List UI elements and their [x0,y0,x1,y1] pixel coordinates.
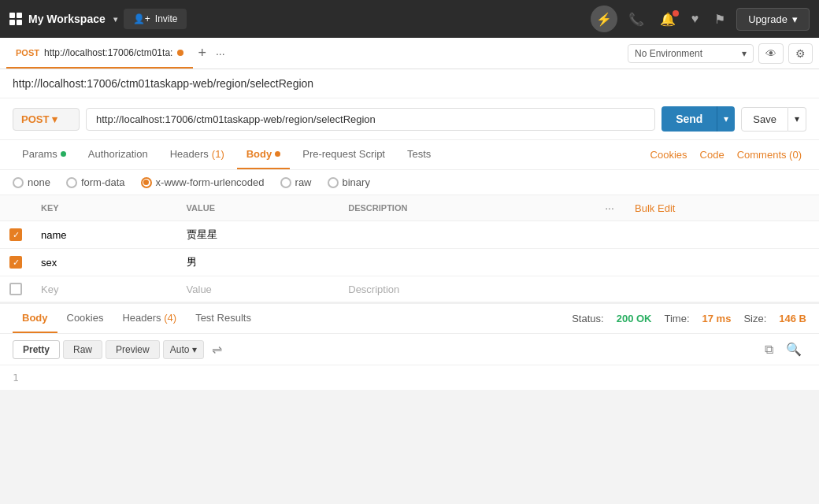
row2-value-cell[interactable]: 男 [177,249,339,276]
heart-icon-btn[interactable]: ♥ [687,9,704,29]
status-label: Status: [572,313,603,324]
invite-icon: 👤+ [133,13,150,24]
tab-comments[interactable]: Comments (0) [732,141,806,169]
search-button[interactable]: 🔍 [781,339,806,360]
row3-checkbox[interactable] [9,283,22,295]
time-value: 17 ms [702,313,732,324]
th-description: DESCRIPTION [339,195,594,221]
kv-table: KEY VALUE DESCRIPTION ··· Bulk Edit ✓ na… [0,195,819,302]
code-content[interactable] [28,372,806,384]
url-bar-area: http://localhost:17006/ctm01taskapp-web/… [0,69,819,98]
table-row: Key Value Description [0,276,819,302]
notification-bell-btn[interactable]: 🔔 [655,9,680,30]
th-check [0,195,32,221]
radio-binary[interactable]: binary [328,176,370,188]
bulk-edit-button[interactable]: Bulk Edit [635,202,675,214]
tab-url: http://localhost:17006/ctm01ta: [44,47,172,58]
tab-authorization[interactable]: Authorization [79,140,158,169]
method-select[interactable]: POST ▾ [13,108,80,131]
radio-circle-raw [280,177,291,188]
add-tab-button[interactable]: + [193,45,211,61]
th-bulk: Bulk Edit [625,195,819,221]
method-label: POST [21,113,49,125]
upgrade-dropdown-icon: ▾ [792,13,798,25]
radio-x-www-form-urlencoded[interactable]: x-www-form-urlencoded [141,176,265,188]
time-label: Time: [664,313,689,324]
row1-checkbox[interactable]: ✓ [9,228,22,241]
size-label: Size: [743,313,766,324]
request-section: POST ▾ Send ▾ Save ▾ [0,98,819,140]
raw-button[interactable]: Raw [63,340,102,359]
row3-desc-cell[interactable]: Description [339,276,594,302]
upgrade-button[interactable]: Upgrade ▾ [736,8,810,31]
env-label: No Environment [635,48,702,59]
resp-tab-test-results[interactable]: Test Results [186,304,261,333]
tab-tests[interactable]: Tests [398,140,440,169]
row1-value-cell[interactable]: 贾星星 [177,221,339,249]
resp-tab-body[interactable]: Body [13,304,57,333]
tab-headers[interactable]: Headers (1) [161,140,234,169]
radio-circle-binary [328,177,339,188]
tab-params[interactable]: Params [13,140,76,169]
response-toolbar: Pretty Raw Preview Auto ▾ ⇌ ⧉ 🔍 [0,334,819,365]
tab-pre-request[interactable]: Pre-request Script [293,140,395,169]
tab-code[interactable]: Code [695,141,729,169]
tab-cookies[interactable]: Cookies [646,141,692,169]
brand[interactable]: My Workspace ▾ [9,13,117,25]
tab-body[interactable]: Body [237,140,291,169]
env-eye-button[interactable]: 👁 [758,43,784,64]
tab-method: POST [16,48,39,57]
wrap-icon-btn[interactable]: ⇌ [207,339,227,360]
copy-button[interactable]: ⧉ [760,339,778,360]
table-row: ✓ name 贾星星 [0,221,819,249]
save-button[interactable]: Save [741,107,788,132]
save-dropdown-button[interactable]: ▾ [788,107,806,132]
radio-circle-form-data [66,177,77,188]
resp-tab-headers[interactable]: Headers (4) [113,304,186,333]
url-input[interactable] [86,108,655,131]
row2-check-cell: ✓ [0,249,32,276]
more-tabs-button[interactable]: ··· [211,47,230,60]
send-button[interactable]: Send [662,106,717,132]
workspace-dropdown-icon[interactable]: ▾ [113,15,117,24]
env-section: No Environment ▾ 👁 ⚙ [628,43,813,64]
request-tabs: Params Authorization Headers (1) Body Pr… [0,140,819,170]
resp-tab-cookies[interactable]: Cookies [57,304,113,333]
tabs-bar: POST http://localhost:17006/ctm01ta: + ·… [0,38,819,69]
status-value: 200 OK [617,313,652,324]
row3-check-cell [0,276,32,302]
row3-value-cell[interactable]: Value [177,276,339,302]
radio-none[interactable]: none [13,176,50,188]
code-area: 1 [0,365,819,390]
radio-raw[interactable]: raw [280,176,312,188]
auto-select[interactable]: Auto ▾ [163,340,205,359]
line-numbers: 1 [13,372,19,384]
preview-button[interactable]: Preview [106,340,160,359]
row2-key-cell[interactable]: sex [32,249,177,276]
url-title: http://localhost:17006/ctm01taskapp-web/… [13,77,313,90]
pretty-button[interactable]: Pretty [13,340,60,359]
radio-circle-urlencoded [141,177,152,188]
radio-form-data[interactable]: form-data [66,176,125,188]
row1-check-cell: ✓ [0,221,32,249]
flag-icon-btn[interactable]: ⚑ [710,9,730,30]
phone-icon-btn[interactable]: 📞 [624,9,649,30]
workspace-label: My Workspace [28,13,106,25]
row2-desc-cell[interactable] [339,249,594,276]
kv-more-button[interactable]: ··· [605,202,614,214]
send-dropdown-button[interactable]: ▾ [717,106,735,132]
grid-icon [9,13,22,25]
row3-key-cell[interactable]: Key [32,276,177,302]
row1-desc-cell[interactable] [339,221,594,249]
size-value: 146 B [779,313,806,324]
request-tab[interactable]: POST http://localhost:17006/ctm01ta: [6,38,193,69]
th-value: VALUE [177,195,339,221]
invite-button[interactable]: 👤+ Invite [124,9,187,29]
env-settings-button[interactable]: ⚙ [788,43,813,64]
send-group: Send ▾ [662,106,735,132]
env-dropdown[interactable]: No Environment ▾ [628,44,754,63]
row1-key-cell[interactable]: name [32,221,177,249]
row2-checkbox[interactable]: ✓ [9,256,22,269]
method-dropdown-icon: ▾ [52,113,57,125]
lightning-icon-btn[interactable]: ⚡ [591,6,617,32]
